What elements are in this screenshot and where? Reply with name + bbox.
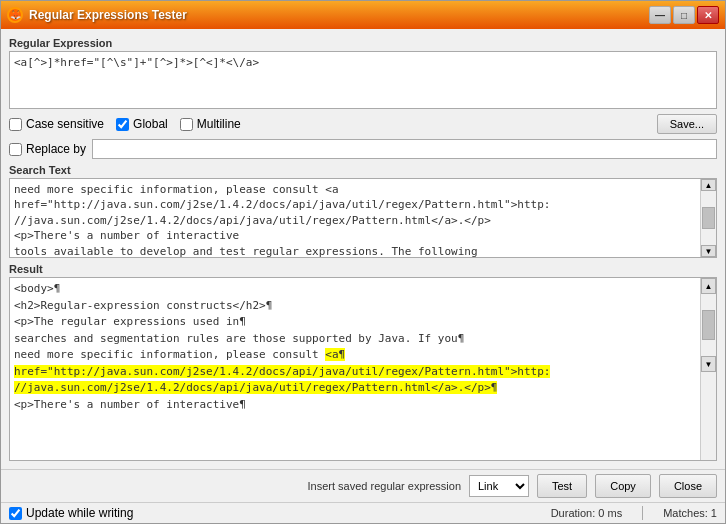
- options-row: Case sensitive Global Multiline Save...: [9, 114, 717, 134]
- search-text-content: need more specific information, please c…: [10, 179, 700, 257]
- highlight-start: <a¶: [325, 348, 345, 361]
- highlight-middle: href="http://java.sun.com/j2se/1.4.2/doc…: [14, 365, 550, 378]
- minimize-button[interactable]: —: [649, 6, 671, 24]
- window-title: Regular Expressions Tester: [29, 8, 643, 22]
- replace-by-checkbox[interactable]: [9, 143, 22, 156]
- result-section: Result <body>¶<h2>Regular-expression con…: [9, 263, 717, 461]
- search-scrollbar[interactable]: ▲ ▼: [700, 179, 716, 257]
- save-button[interactable]: Save...: [657, 114, 717, 134]
- result-scroll-thumb[interactable]: [702, 310, 715, 340]
- maximize-button[interactable]: □: [673, 6, 695, 24]
- result-line-1: <body>¶: [14, 281, 696, 298]
- window-controls: — □ ✕: [649, 6, 719, 24]
- global-label: Global: [133, 117, 168, 131]
- replace-row: Replace by: [9, 139, 717, 159]
- scroll-down-arrow[interactable]: ▼: [701, 245, 716, 257]
- result-scroll-down[interactable]: ▼: [701, 356, 716, 372]
- update-while-writing-label: Update while writing: [26, 506, 133, 520]
- replace-by-option[interactable]: Replace by: [9, 142, 86, 156]
- regex-section: Regular Expression <a[^>]*href="[^\s"]+"…: [9, 37, 717, 109]
- update-while-writing-checkbox[interactable]: [9, 507, 22, 520]
- status-bar: Update while writing Duration: 0 ms Matc…: [1, 502, 725, 523]
- insert-saved-label: Insert saved regular expression: [308, 480, 461, 492]
- case-sensitive-option[interactable]: Case sensitive: [9, 117, 104, 131]
- result-section-label: Result: [9, 263, 717, 275]
- multiline-checkbox[interactable]: [180, 118, 193, 131]
- regex-section-label: Regular Expression: [9, 37, 717, 49]
- multiline-option[interactable]: Multiline: [180, 117, 241, 131]
- scroll-up-arrow[interactable]: ▲: [701, 179, 716, 191]
- global-option[interactable]: Global: [116, 117, 168, 131]
- close-button[interactable]: Close: [659, 474, 717, 498]
- case-sensitive-label: Case sensitive: [26, 117, 104, 131]
- result-line-3: <p>The regular expressions used in¶: [14, 314, 696, 331]
- replace-by-label: Replace by: [26, 142, 86, 156]
- test-button[interactable]: Test: [537, 474, 587, 498]
- result-scroll-up[interactable]: ▲: [701, 278, 716, 294]
- multiline-label: Multiline: [197, 117, 241, 131]
- result-line-2: <h2>Regular-expression constructs</h2>¶: [14, 298, 696, 315]
- search-text-area[interactable]: need more specific information, please c…: [9, 178, 717, 258]
- copy-button[interactable]: Copy: [595, 474, 651, 498]
- main-content: Regular Expression <a[^>]*href="[^\s"]+"…: [1, 29, 725, 469]
- replace-input[interactable]: [92, 139, 717, 159]
- result-line-8: <p>There's a number of interactive¶: [14, 397, 696, 414]
- case-sensitive-checkbox[interactable]: [9, 118, 22, 131]
- result-line-4: searches and segmentation rules are thos…: [14, 331, 696, 348]
- result-area[interactable]: <body>¶<h2>Regular-expression constructs…: [9, 277, 717, 461]
- matches-text: Matches: 1: [663, 507, 717, 519]
- result-scrollbar[interactable]: ▲ ▼: [700, 278, 716, 460]
- bottom-action-bar: Insert saved regular expression Link Tes…: [1, 469, 725, 502]
- insert-dropdown[interactable]: Link: [469, 475, 529, 497]
- regex-input[interactable]: <a[^>]*href="[^\s"]+"[^>]*>[^<]*<\/a>: [9, 51, 717, 109]
- result-line-7: //java.sun.com/j2se/1.4.2/docs/api/java/…: [14, 380, 696, 397]
- result-content: <body>¶<h2>Regular-expression constructs…: [10, 278, 700, 460]
- app-icon: 🦊: [7, 7, 23, 23]
- title-bar: 🦊 Regular Expressions Tester — □ ✕: [1, 1, 725, 29]
- highlight-end: //java.sun.com/j2se/1.4.2/docs/api/java/…: [14, 381, 497, 394]
- update-while-writing-row: Update while writing: [9, 506, 531, 520]
- result-line-6: href="http://java.sun.com/j2se/1.4.2/doc…: [14, 364, 696, 381]
- search-text-label: Search Text: [9, 164, 717, 176]
- status-divider: [642, 506, 643, 520]
- global-checkbox[interactable]: [116, 118, 129, 131]
- search-text-section: Search Text need more specific informati…: [9, 164, 717, 258]
- duration-text: Duration: 0 ms: [551, 507, 623, 519]
- scroll-thumb[interactable]: [702, 207, 715, 229]
- close-window-button[interactable]: ✕: [697, 6, 719, 24]
- main-window: 🦊 Regular Expressions Tester — □ ✕ Regul…: [0, 0, 726, 524]
- result-line-5: need more specific information, please c…: [14, 347, 696, 364]
